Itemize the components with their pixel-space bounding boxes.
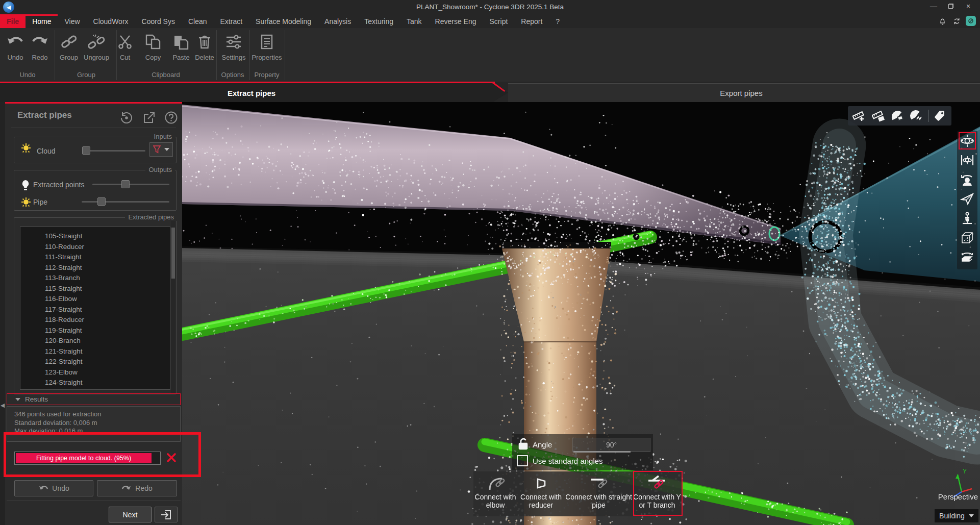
pipe-visibility-icon[interactable]	[20, 196, 32, 209]
panel-collapse-icon[interactable]: ◀	[0, 402, 5, 409]
menu-item[interactable]: Script	[483, 14, 515, 28]
close-button[interactable]: ×	[960, 0, 977, 12]
cancel-progress-icon[interactable]	[166, 452, 177, 463]
view-mode-dropdown[interactable]: Building	[935, 509, 978, 522]
extracted-points-visibility-icon[interactable]	[20, 179, 31, 191]
lock-icon[interactable]	[517, 437, 530, 451]
menu-item[interactable]: Reverse Eng	[429, 14, 483, 28]
fly-icon[interactable]	[959, 190, 976, 208]
properties-button[interactable]: Properties	[251, 32, 283, 65]
add-measurement-icon[interactable]	[851, 108, 867, 123]
results-header[interactable]: Results	[7, 393, 181, 405]
paste-button[interactable]: Paste	[168, 32, 194, 65]
pipe-list-item[interactable]: 111-Straight	[20, 252, 170, 263]
pipe-list-item[interactable]: 105-Straight	[20, 231, 170, 242]
angle-input[interactable]: 90°	[572, 438, 650, 452]
exit-icon	[161, 510, 172, 520]
menu-item[interactable]: Analysis	[318, 14, 358, 28]
pipe-list-item[interactable]: 113-Branch	[20, 273, 170, 284]
extracted-points-slider-thumb[interactable]	[121, 180, 130, 188]
export-icon[interactable]	[142, 111, 156, 124]
panel-redo-button[interactable]: Redo	[97, 480, 177, 496]
menu-item[interactable]: Texturing	[358, 14, 400, 28]
ungroup-button[interactable]: Ungroup	[82, 32, 111, 65]
capture-badge-icon[interactable]	[966, 16, 976, 26]
exit-workflow-button[interactable]	[155, 507, 178, 522]
delete-button[interactable]: Delete	[192, 32, 217, 65]
pipe-list-item[interactable]: 124-Straight	[20, 378, 170, 388]
orbit-icon[interactable]	[959, 132, 976, 149]
copy-button[interactable]: Copy	[141, 32, 165, 65]
pipe-list-item[interactable]: 116-Elbow	[20, 294, 170, 305]
extract-pipes-panel: Extract pipes Cloud	[5, 102, 182, 525]
progress-bar: Fitting pipe model to cloud. (95%)	[14, 452, 161, 465]
menu-item[interactable]: Extract	[214, 14, 249, 28]
angle-path-measurement-icon[interactable]	[909, 108, 924, 123]
pipe-list-item[interactable]: 115-Straight	[20, 284, 170, 294]
cut-button[interactable]: Cut	[113, 32, 137, 65]
turntable-icon[interactable]	[959, 248, 976, 266]
cloud-opacity-slider-thumb[interactable]	[82, 146, 90, 155]
view-cube-icon[interactable]	[959, 229, 976, 246]
angle-measurement-icon[interactable]	[890, 108, 905, 123]
panel-undo-button[interactable]: Undo	[14, 480, 93, 496]
cloud-visibility-icon[interactable]	[20, 142, 32, 155]
pipe-list-item[interactable]: 112-Straight	[20, 263, 170, 273]
menu-item[interactable]: Home	[26, 14, 58, 28]
pipe-list-item[interactable]: 118-Reducer	[20, 315, 170, 326]
workflow-tab-label-next[interactable]: Export pipes	[720, 89, 762, 97]
connect-with-y-t-branch-button[interactable]: Connect with Y or T branch	[633, 471, 682, 516]
menu-item[interactable]: Report	[514, 14, 549, 28]
undo-button[interactable]: Undo	[3, 32, 28, 65]
walk-icon[interactable]	[959, 210, 976, 227]
pipe-list-item[interactable]: 121-Straight	[20, 346, 170, 357]
menu-item[interactable]: CloudWorx	[87, 14, 135, 28]
menu-item[interactable]: Coord Sys	[135, 14, 182, 28]
tag-label-icon[interactable]	[933, 108, 948, 123]
minimize-button[interactable]: —	[925, 0, 942, 12]
title-bar: ◀ PLANT_Showroom* - Cyclone 3DR 2025.1 B…	[0, 0, 980, 14]
examine-icon[interactable]	[959, 171, 976, 188]
history-icon[interactable]	[119, 111, 133, 124]
menu-item[interactable]: View	[58, 14, 86, 28]
cloud-filter-dropdown[interactable]	[149, 142, 173, 157]
settings-button[interactable]: Settings	[219, 32, 248, 65]
pipe-list-item[interactable]: 123-Elbow	[20, 367, 170, 378]
constrained-orbit-icon[interactable]	[959, 152, 976, 169]
connect-with-elbow-button[interactable]: Connect with elbow	[473, 471, 517, 516]
connect-with-reducer-button[interactable]: Connect with reducer	[517, 471, 565, 516]
group-button[interactable]: Group	[56, 32, 82, 65]
next-button[interactable]: Next	[109, 507, 152, 522]
help-icon[interactable]	[164, 111, 178, 124]
extracted-points-slider-track[interactable]	[92, 184, 169, 185]
pipe-list-item[interactable]: 119-Straight	[20, 326, 170, 336]
cloud-opacity-slider-track[interactable]	[82, 150, 145, 152]
menu-item[interactable]: Tank	[400, 14, 429, 28]
list-scrollbar-thumb[interactable]	[171, 228, 175, 279]
menu-item[interactable]: ?	[549, 14, 566, 28]
standard-angles-checkbox[interactable]	[517, 455, 528, 466]
connect-with-straight-pipe-button[interactable]: Connect with straight pipe	[565, 471, 633, 516]
menu-item[interactable]: File	[0, 14, 26, 28]
sync-icon[interactable]	[951, 16, 962, 26]
pipe-list-item[interactable]: 122-Straight	[20, 357, 170, 367]
pipe-list-item[interactable]: 120-Branch	[20, 336, 170, 346]
list-scrollbar[interactable]	[171, 218, 175, 393]
ribbon-separator	[285, 30, 285, 80]
projection-label[interactable]: Perspective	[907, 492, 978, 501]
extracted-pipes-list[interactable]: 105-Straight110-Reducer111-Straight112-S…	[20, 227, 170, 390]
redo-button[interactable]: Redo	[28, 32, 52, 65]
menu-item[interactable]: Surface Modeling	[249, 14, 318, 28]
workflow-tab-label-active[interactable]: Extract pipes	[228, 89, 275, 97]
connect-ybranch-label: Connect with Y or T branch	[633, 493, 682, 509]
pipe-list-item[interactable]: 110-Reducer	[20, 242, 170, 253]
panel-collapse-strip[interactable]: ◀	[0, 102, 5, 525]
bell-icon[interactable]	[937, 16, 947, 26]
3d-viewport[interactable]: Angle 90° Use standard angles Connect wi…	[182, 102, 980, 525]
remove-measurement-icon[interactable]	[871, 108, 886, 123]
menu-item[interactable]: Clean	[182, 14, 214, 28]
restore-button[interactable]	[942, 0, 960, 12]
pipe-list-item[interactable]: 117-Straight	[20, 305, 170, 315]
pipe-slider-thumb[interactable]	[97, 197, 106, 206]
pipe-slider-track[interactable]	[82, 201, 169, 203]
